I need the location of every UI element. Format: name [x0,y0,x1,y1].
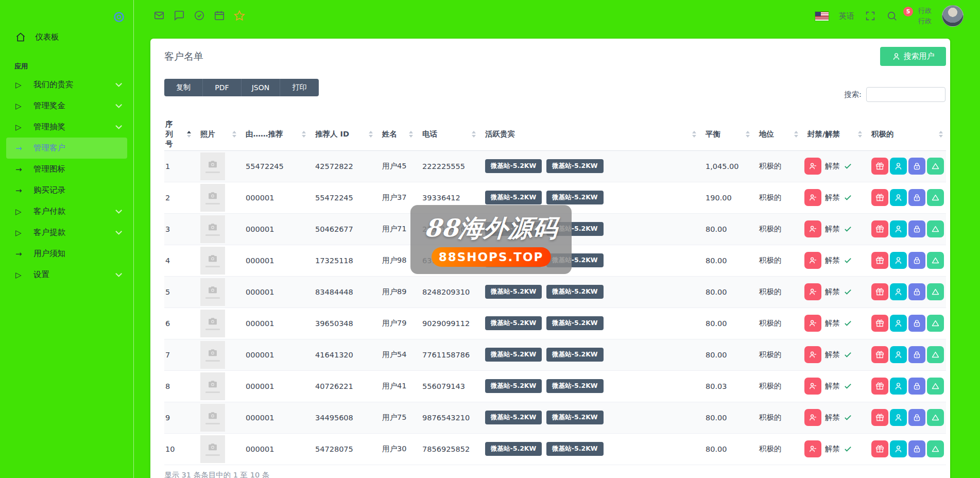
user-detail-button[interactable] [890,440,907,457]
sidebar-item-1[interactable]: ▷ 我们的贵宾 [0,74,133,95]
check-circle-icon[interactable] [194,10,205,21]
user-detail-button[interactable] [890,409,907,426]
sidebar-item-dashboard[interactable]: 仪表板 [0,27,133,47]
column-header[interactable]: 积极的 [865,118,946,150]
language-label[interactable]: 英语 [839,11,854,21]
export-button-json[interactable]: JSON [242,79,280,96]
column-header[interactable]: 平衡 [699,118,753,150]
gift-button[interactable] [871,315,888,332]
lock-button[interactable] [908,346,925,363]
ban-user-button[interactable] [804,409,821,426]
photo-placeholder[interactable] [200,404,225,432]
export-button-复制[interactable]: 复制 [164,79,203,96]
photo-placeholder[interactable] [200,152,225,180]
ban-user-button[interactable] [804,252,821,269]
gift-button[interactable] [871,189,888,206]
column-header[interactable]: 电话 [416,118,479,150]
lock-button[interactable] [908,158,925,175]
ban-user-button[interactable] [804,440,821,457]
gift-button[interactable] [871,378,888,395]
lock-button[interactable] [908,283,925,300]
photo-placeholder[interactable] [200,341,225,369]
lock-button[interactable] [908,252,925,269]
chat-icon[interactable] [174,10,185,21]
sidebar-item-10[interactable]: ▷ 设置 [0,264,133,285]
sort-icons[interactable] [692,131,696,138]
sidebar-item-2[interactable]: ▷ 管理奖金 [0,95,133,116]
column-header[interactable]: 推荐人 ID [309,118,376,150]
sidebar-item-7[interactable]: ▷ 客户付款 [0,201,133,222]
sidebar-item-6[interactable]: → 购买记录 [0,180,133,201]
upgrade-button[interactable] [927,252,944,269]
upgrade-button[interactable] [927,440,944,457]
sort-icons[interactable] [858,131,862,138]
user-detail-button[interactable] [890,220,907,237]
ban-user-button[interactable] [804,346,821,363]
upgrade-button[interactable] [927,189,944,206]
user-detail-button[interactable] [890,283,907,300]
lock-button[interactable] [908,315,925,332]
photo-placeholder[interactable] [200,310,225,337]
ban-user-button[interactable] [804,378,821,395]
lock-button[interactable] [908,189,925,206]
upgrade-button[interactable] [927,158,944,175]
gift-button[interactable] [871,220,888,237]
user-detail-button[interactable] [890,346,907,363]
sort-icons[interactable] [232,131,236,138]
sidebar-item-9[interactable]: → 用户须知 [0,243,133,264]
upgrade-button[interactable] [927,220,944,237]
sidebar-item-4[interactable]: → 管理客户 [6,138,127,159]
user-detail-button[interactable] [890,189,907,206]
sort-icons[interactable] [302,131,306,138]
user-detail-button[interactable] [890,315,907,332]
upgrade-button[interactable] [927,409,944,426]
sort-icons[interactable] [472,131,476,138]
upgrade-button[interactable] [927,346,944,363]
sidebar-item-5[interactable]: → 管理图标 [0,159,133,180]
ban-user-button[interactable] [804,220,821,237]
column-header[interactable]: 序列号 [164,118,194,150]
sort-icons[interactable] [369,131,373,138]
sort-icons[interactable] [746,131,750,138]
search-icon[interactable] [886,10,898,22]
user-detail-button[interactable] [890,252,907,269]
ban-user-button[interactable] [804,283,821,300]
photo-placeholder[interactable] [200,278,225,306]
user-detail-button[interactable] [890,158,907,175]
gift-button[interactable] [871,158,888,175]
mail-icon[interactable] [153,10,165,21]
gift-button[interactable] [871,283,888,300]
upgrade-button[interactable] [927,315,944,332]
photo-placeholder[interactable] [200,372,225,400]
fullscreen-icon[interactable] [865,10,876,22]
column-header[interactable]: 由……推荐 [239,118,309,150]
gift-button[interactable] [871,252,888,269]
ban-user-button[interactable] [804,158,821,175]
column-header[interactable]: 活跃贵宾 [479,118,699,150]
column-header[interactable]: 封禁/解禁 [801,118,865,150]
photo-placeholder[interactable] [200,184,225,212]
sort-icons[interactable] [794,131,798,138]
avatar[interactable] [942,5,964,27]
column-header[interactable]: 照片 [194,118,239,150]
table-search-input[interactable] [866,87,945,102]
photo-placeholder[interactable] [200,435,225,463]
gift-button[interactable] [871,409,888,426]
star-icon[interactable] [234,10,245,21]
sort-icons[interactable] [187,131,191,138]
ban-user-button[interactable] [804,189,821,206]
column-header[interactable]: 地位 [753,118,801,150]
sort-icons[interactable] [939,131,943,138]
lock-button[interactable] [908,220,925,237]
column-header[interactable]: 姓名 [376,118,416,150]
sidebar-item-8[interactable]: ▷ 客户提款 [0,222,133,243]
us-flag-icon[interactable] [815,12,829,21]
export-button-pdf[interactable]: PDF [203,79,242,96]
gift-button[interactable] [871,346,888,363]
upgrade-button[interactable] [927,378,944,395]
lock-button[interactable] [908,409,925,426]
sidebar-item-3[interactable]: ▷ 管理抽奖 [0,116,133,138]
lock-button[interactable] [908,378,925,395]
calendar-icon[interactable] [214,10,225,21]
sort-icons[interactable] [409,131,413,138]
